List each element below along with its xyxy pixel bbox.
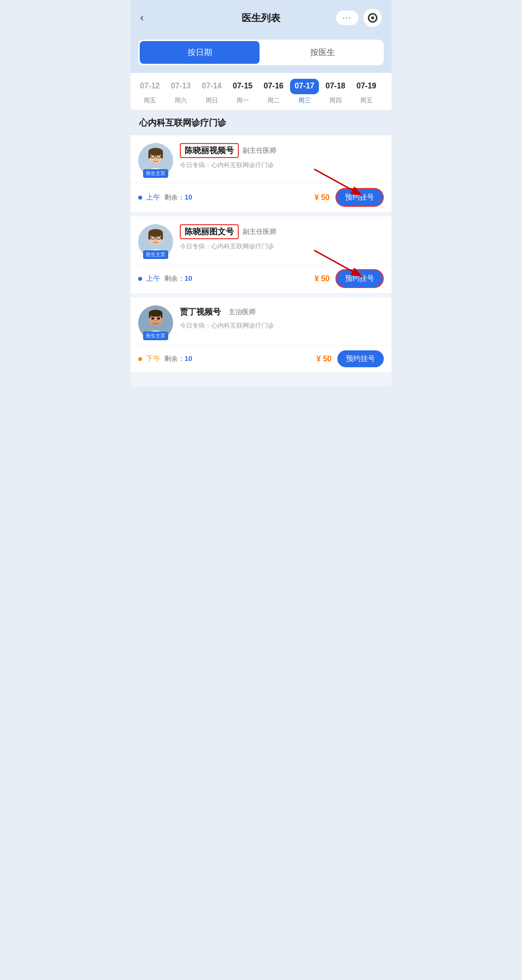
svg-point-34 xyxy=(157,317,160,320)
doctor-name-row-1: 陈晓丽视频号 副主任医师 xyxy=(180,143,384,158)
svg-point-33 xyxy=(151,317,154,320)
doctor-top-1: 医生主页 陈晓丽视频号 副主任医师 今日专病：心内科互联网诊疗门诊 xyxy=(138,143,384,178)
date-num: 07-12 xyxy=(140,82,160,90)
weekday-0719: 周五 xyxy=(352,96,381,105)
doctor-name-row-2: 陈晓丽图文号 副主任医师 xyxy=(180,224,384,239)
doctor-card-3: 医生主页 贾丁视频号 主治医师 今日专病：心内科互联网诊疗门诊 下午 剩余：10… xyxy=(130,298,392,372)
tab-by-date[interactable]: 按日期 xyxy=(140,41,260,64)
date-item-0713[interactable]: 07-13 xyxy=(166,79,195,94)
doctor-card-2: 医生主页 陈晓丽图文号 副主任医师 今日专病：心内科互联网诊疗门诊 上午 xyxy=(130,216,392,293)
date-item-0712[interactable]: 07-12 xyxy=(135,79,164,94)
tab-row: 按日期 按医生 xyxy=(138,40,384,65)
doctor-info-3: 贾丁视频号 主治医师 今日专病：心内科互联网诊疗门诊 xyxy=(180,305,384,330)
date-item-0718[interactable]: 07-18 xyxy=(321,79,350,94)
date-num: 07-13 xyxy=(171,82,191,90)
doctor-specialty-3: 今日专病：心内科互联网诊疗门诊 xyxy=(180,321,384,330)
doctor-homepage-badge-2[interactable]: 医生主页 xyxy=(143,250,168,259)
doctor-info-2: 陈晓丽图文号 副主任医师 今日专病：心内科互联网诊疗门诊 xyxy=(180,224,384,251)
doctor-name-1: 陈晓丽视频号 xyxy=(180,143,239,158)
date-row: 07-12 07-13 07-14 07-15 07-16 07-17 07-1… xyxy=(130,79,392,94)
tab-by-doctor[interactable]: 按医生 xyxy=(262,41,382,64)
price-2: ¥ 50 xyxy=(315,274,330,283)
more-button[interactable]: ··· xyxy=(336,11,359,25)
weekday-0716: 周二 xyxy=(259,96,288,105)
weekday-0713: 周六 xyxy=(166,96,195,105)
remaining-label-1: 剩余：10 xyxy=(164,193,192,202)
doctor-top-3: 医生主页 贾丁视频号 主治医师 今日专病：心内科互联网诊疗门诊 xyxy=(138,305,384,340)
svg-point-16 xyxy=(148,229,163,237)
doctor-title-3: 主治医师 xyxy=(229,308,256,317)
doctor-card-1: 医生主页 陈晓丽视频号 副主任医师 今日专病：心内科互联网诊疗门诊 上午 xyxy=(130,135,392,212)
date-num: 07-18 xyxy=(326,82,346,90)
date-item-0715[interactable]: 07-15 xyxy=(228,79,257,94)
weekday-0715: 周一 xyxy=(228,96,257,105)
date-num: 07-16 xyxy=(264,82,284,90)
doctor-title-2: 副主任医师 xyxy=(243,228,276,236)
scan-button[interactable] xyxy=(363,9,382,27)
svg-rect-4 xyxy=(161,152,163,159)
price-3: ¥ 50 xyxy=(317,355,332,363)
doctor-name-row-3: 贾丁视频号 主治医师 xyxy=(180,305,384,318)
period-label-1: 上午 xyxy=(146,193,160,202)
period-dot-1 xyxy=(138,196,142,200)
remaining-label-3: 剩余：10 xyxy=(164,355,192,363)
back-button[interactable]: ‹ xyxy=(140,12,144,24)
weekday-0717: 周三 xyxy=(290,96,319,105)
date-item-0716[interactable]: 07-16 xyxy=(259,79,288,94)
remaining-num-3: 10 xyxy=(185,355,192,362)
doctor-specialty-2: 今日专病：心内科互联网诊疗门诊 xyxy=(180,242,384,251)
weekday-row: 周五 周六 周日 周一 周二 周三 周四 周五 xyxy=(130,94,392,110)
svg-point-8 xyxy=(155,159,157,160)
svg-rect-18 xyxy=(161,233,163,240)
doctor-title-1: 副主任医师 xyxy=(243,146,276,155)
svg-point-30 xyxy=(149,310,162,317)
date-num: 07-19 xyxy=(357,82,377,90)
doctor-info-1: 陈晓丽视频号 副主任医师 今日专病：心内科互联网诊疗门诊 xyxy=(180,143,384,170)
weekday-0712: 周五 xyxy=(135,96,164,105)
svg-point-2 xyxy=(148,148,163,156)
page-title: 医生列表 xyxy=(242,12,280,25)
schedule-row-1: 上午 剩余：10 ¥ 50 预约挂号 xyxy=(130,183,392,212)
svg-rect-3 xyxy=(148,152,150,159)
section-header: 心内科互联网诊疗门诊 xyxy=(130,110,392,135)
schedule-row-2: 上午 剩余：10 ¥ 50 预约挂号 xyxy=(130,264,392,293)
doctor-homepage-badge-1[interactable]: 医生主页 xyxy=(143,169,168,178)
svg-point-22 xyxy=(155,240,157,241)
remaining-label-2: 剩余：10 xyxy=(164,274,192,283)
remaining-num-1: 10 xyxy=(185,193,192,201)
price-1: ¥ 50 xyxy=(315,193,330,202)
date-item-0719[interactable]: 07-19 xyxy=(352,79,381,94)
avatar-wrapper-1: 医生主页 xyxy=(138,143,173,178)
doctor-top-2: 医生主页 陈晓丽图文号 副主任医师 今日专病：心内科互联网诊疗门诊 xyxy=(138,224,384,259)
book-button-3[interactable]: 预约挂号 xyxy=(337,350,384,367)
schedule-row-3: 下午 剩余：10 ¥ 50 预约挂号 xyxy=(130,345,392,372)
date-selector: 07-12 07-13 07-14 07-15 07-16 07-17 07-1… xyxy=(130,73,392,110)
header-actions: ··· xyxy=(336,9,382,27)
svg-point-35 xyxy=(155,320,157,322)
doctor-homepage-badge-3[interactable]: 医生主页 xyxy=(143,331,168,340)
avatar-wrapper-2: 医生主页 xyxy=(138,224,173,259)
avatar-wrapper-3: 医生主页 xyxy=(138,305,173,340)
header: ‹ 医生列表 ··· xyxy=(130,0,392,34)
doctor-specialty-1: 今日专病：心内科互联网诊疗门诊 xyxy=(180,161,384,170)
period-dot-3 xyxy=(138,357,142,361)
book-button-2[interactable]: 预约挂号 xyxy=(335,269,384,288)
svg-rect-31 xyxy=(149,313,150,318)
svg-rect-17 xyxy=(148,233,150,240)
weekday-0714: 周日 xyxy=(197,96,226,105)
tab-switcher: 按日期 按医生 xyxy=(130,34,392,73)
date-num: 07-17 xyxy=(295,82,315,90)
period-label-2: 上午 xyxy=(146,274,160,283)
date-item-0714[interactable]: 07-14 xyxy=(197,79,226,94)
date-num: 07-15 xyxy=(233,82,253,90)
doctor-name-3: 贾丁视频号 xyxy=(180,305,221,318)
book-button-1[interactable]: 预约挂号 xyxy=(335,188,384,207)
date-item-0717[interactable]: 07-17 xyxy=(290,79,319,94)
remaining-num-2: 10 xyxy=(185,274,192,282)
date-num: 07-14 xyxy=(202,82,222,90)
scan-icon xyxy=(368,13,377,23)
period-dot-2 xyxy=(138,277,142,281)
period-label-3: 下午 xyxy=(146,354,160,363)
svg-rect-32 xyxy=(161,313,162,318)
weekday-0718: 周四 xyxy=(321,96,350,105)
